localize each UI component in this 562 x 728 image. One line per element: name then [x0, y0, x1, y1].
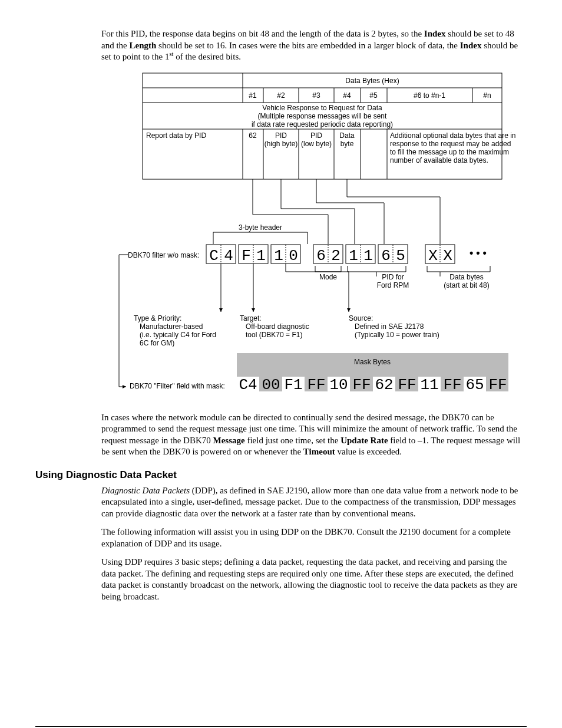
mask-pair: FF — [398, 376, 416, 394]
label-databytes: Data bytes — [449, 273, 483, 281]
cell: byte — [340, 140, 354, 148]
mask-pair: 00 — [262, 376, 280, 394]
mask-pair: C4 — [239, 376, 257, 394]
nibble: 1 — [256, 247, 266, 265]
text-bold: Index — [460, 41, 482, 50]
para-after-diagram: In cases where the network module can be… — [101, 412, 521, 458]
src: Source: — [349, 314, 373, 322]
text: of the desired bits. — [173, 52, 241, 61]
tp: Manufacturer-based — [140, 322, 203, 331]
hdr-col: #6 to #n-1 — [414, 91, 445, 100]
tgt: tool (DBK70 = F1) — [246, 331, 302, 339]
text-bold: Update Rate — [340, 436, 388, 445]
text: For this PID, the response data begins o… — [101, 29, 424, 38]
nibble: 6 — [316, 247, 326, 265]
cell: response to the request may be added — [390, 140, 511, 148]
cell: number of available data bytes. — [390, 156, 488, 164]
mask-pair: 10 — [329, 376, 348, 394]
text-italic: Diagnostic Data Packets — [101, 486, 190, 495]
pid-diagram: Data Bytes (Hex) #1 #2 #3 #4 #5 #6 to #n… — [101, 70, 525, 406]
dots: • • • — [470, 247, 487, 259]
label-filter-no-mask: DBK70 filter w/o mask: — [128, 251, 199, 259]
label-pid-for: PID for — [382, 273, 404, 281]
label-mode: Mode — [319, 273, 337, 281]
text-bold: Message — [213, 436, 245, 445]
cell-62: 62 — [249, 131, 257, 140]
mask-bytes-label: Mask Bytes — [354, 358, 391, 366]
src: (Typically 10 = power train) — [355, 331, 439, 339]
mask-pair: 62 — [375, 376, 393, 394]
hdr-col: #5 — [369, 91, 378, 100]
tp: Type & Priority: — [134, 314, 181, 322]
nibble: 1 — [363, 247, 373, 265]
cell: (low byte) — [301, 140, 332, 148]
report-by-pid: Report data by PID — [146, 131, 206, 140]
cell: to fill the message up to the maximum — [390, 148, 509, 156]
vehicle-resp: Vehicle Response to Request for Data — [262, 104, 382, 112]
cell: PID — [275, 131, 287, 140]
tp: (i.e. typically C4 for Ford — [140, 331, 216, 339]
hdr-col: #1 — [249, 91, 257, 100]
nibble: 1 — [274, 247, 283, 265]
nibble: 6 — [381, 247, 391, 265]
cell: (high byte) — [265, 140, 298, 148]
hdr-col: #4 — [343, 91, 351, 100]
text: value is exceeded. — [335, 447, 402, 456]
tgt: Target: — [240, 314, 262, 322]
hdr-databytes: Data Bytes (Hex) — [345, 77, 399, 85]
nibble: F — [242, 247, 251, 265]
text-bold: Timeout — [303, 447, 335, 456]
para-ddp-3: Using DDP requires 3 basic steps; defini… — [101, 556, 521, 602]
mask-pair: FF — [352, 376, 371, 394]
mask-pair: F1 — [284, 376, 302, 394]
text: should be set to 16. In cases were the b… — [156, 41, 459, 50]
nibble: 5 — [396, 247, 405, 265]
mask-pair: 11 — [420, 376, 438, 394]
src: Defined in SAE J2178 — [355, 322, 424, 331]
intro-paragraph: For this PID, the response data begins o… — [101, 28, 521, 63]
vehicle-resp: (Multiple response messages will be sent — [258, 112, 387, 120]
para-ddp-2: The following information will assist yo… — [101, 526, 521, 549]
cell: PID — [310, 131, 322, 140]
filter-with-mask: DBK70 "Filter" field with mask: — [130, 382, 225, 390]
nibble: 1 — [349, 247, 358, 265]
nibble: C — [209, 247, 219, 265]
hdr-col: #2 — [277, 91, 285, 100]
tgt: Off-board diagnostic — [246, 322, 309, 331]
mask-pair: FF — [488, 376, 507, 394]
nibble: X — [428, 247, 438, 265]
nibble: 0 — [289, 247, 298, 265]
mask-pair: 65 — [465, 376, 484, 394]
label-3byte: 3-byte header — [239, 223, 282, 232]
hdr-col: #n — [483, 91, 491, 100]
cell: Additional optional data bytes that are … — [390, 131, 515, 140]
vehicle-resp: if data rate requested periodic data rep… — [252, 120, 393, 129]
nibble: X — [443, 247, 452, 265]
mask-pair: FF — [443, 376, 461, 394]
nibble: 2 — [331, 247, 340, 265]
label-ford-rpm: Ford RPM — [377, 281, 409, 289]
text-bold: Index — [424, 29, 446, 38]
hdr-col: #3 — [312, 91, 320, 100]
mask-pair: FF — [307, 376, 325, 394]
label-databytes: (start at bit 48) — [444, 281, 489, 289]
nibble: 4 — [224, 247, 233, 265]
heading-ddp: Using Diagnostic Data Packet — [35, 469, 527, 482]
cell: Data — [339, 131, 355, 140]
text: field just one time, set the — [245, 436, 340, 445]
para-ddp-1: Diagnostic Data Packets (DDP), as define… — [101, 485, 521, 520]
text-bold: Length — [129, 41, 156, 50]
tp: 6C for GM) — [140, 339, 174, 347]
